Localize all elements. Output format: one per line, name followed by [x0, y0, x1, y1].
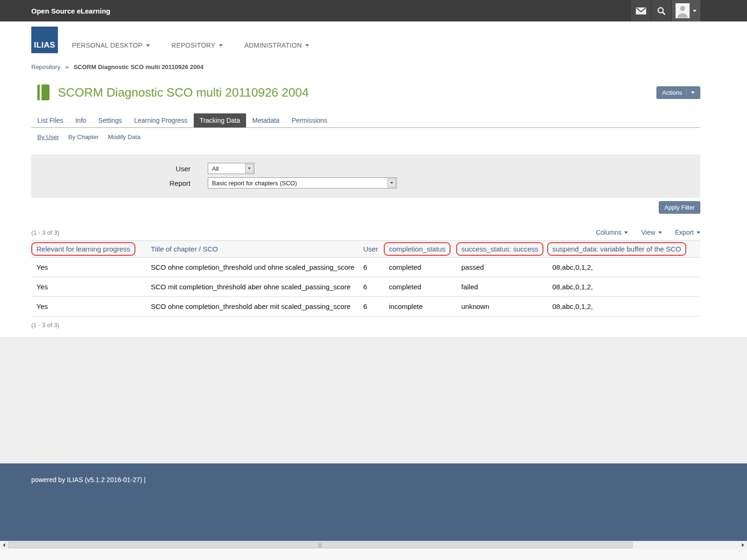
chevron-down-icon [248, 168, 251, 169]
col-completion-status[interactable]: completion_status [384, 241, 456, 258]
scroll-left-arrow[interactable] [0, 541, 8, 549]
tab-list-files[interactable]: List Files [31, 113, 69, 127]
chevron-down-icon [146, 44, 150, 47]
scorm-module-icon [36, 84, 50, 100]
ilias-logo[interactable]: ILIAS [31, 27, 58, 53]
subtab-modify-data[interactable]: Modify Data [108, 133, 140, 140]
cell-title: SCO ohne completion_threshold und ohne s… [146, 258, 358, 277]
topbar: Open Source eLearning [0, 0, 747, 21]
cell-relevant: Yes [31, 277, 146, 297]
cell-title: SCO mit completion_threshold aber ohne s… [146, 277, 358, 297]
scroll-right-arrow[interactable] [739, 541, 747, 549]
chevron-down-icon [305, 44, 309, 47]
tab-learning-progress[interactable]: Learning Progress [128, 113, 193, 127]
mail-button[interactable] [630, 0, 651, 21]
cell-success: failed [456, 277, 547, 297]
cell-title: SCO ohne completion_threshold aber mit s… [146, 297, 358, 316]
search-icon [657, 7, 666, 15]
breadcrumb: Repository » SCORM Diagnostic SCO multi … [31, 58, 700, 70]
filter-row-user: User All [31, 163, 700, 174]
breadcrumb-repository-link[interactable]: Repository [31, 63, 60, 70]
tab-tracking-data[interactable]: Tracking Data [194, 113, 247, 127]
cell-suspend: 08,abc,0,1,2, [547, 277, 700, 297]
cell-completion: completed [384, 277, 456, 297]
search-button[interactable] [651, 0, 671, 21]
chevron-down-icon [624, 231, 628, 234]
tab-info[interactable]: Info [69, 113, 92, 127]
tab-bar: List Files Info Settings Learning Progre… [31, 113, 700, 128]
breadcrumb-separator: » [65, 63, 69, 70]
horizontal-scrollbar[interactable] [0, 541, 747, 549]
app-title: Open Source eLearning [31, 7, 110, 15]
apply-filter-button[interactable]: Apply Filter [659, 201, 700, 214]
apply-filter-row: Apply Filter [31, 201, 700, 214]
table-row: Yes SCO ohne completion_threshold und oh… [31, 258, 700, 277]
main-content: Repository » SCORM Diagnostic SCO multi … [0, 58, 747, 337]
cell-completion: completed [384, 258, 456, 277]
scrollbar-grip-icon [318, 543, 323, 547]
window-bottom-strip [0, 549, 747, 560]
tab-settings[interactable]: Settings [92, 113, 128, 127]
cell-user: 6 [358, 277, 384, 297]
table-header-row: Relevant for learning progress Title of … [31, 241, 700, 258]
col-title-of-chapter[interactable]: Title of chapter / SCO [146, 241, 358, 258]
chevron-down-icon [658, 231, 662, 234]
user-select[interactable]: All [208, 163, 254, 174]
red-highlight-box: completion_status [384, 242, 451, 256]
cell-user: 6 [358, 297, 384, 316]
button-divider [686, 89, 687, 96]
report-select[interactable]: Basic report for chapters (SCO) [208, 177, 397, 189]
view-menu[interactable]: View [641, 229, 662, 236]
result-range-top: (1 - 3 of 3) [31, 229, 59, 236]
subtab-by-chapter[interactable]: By Chapter [68, 133, 99, 140]
nav-repository[interactable]: REPOSITORY [171, 42, 223, 49]
cell-completion: incomplete [384, 297, 456, 316]
powered-by-link[interactable]: powered by ILIAS (v5.1.2 2016-01-27) | [31, 476, 146, 483]
chevron-down-icon [691, 91, 695, 94]
col-relevant-for-lp[interactable]: Relevant for learning progress [31, 241, 146, 258]
topbar-actions [630, 0, 700, 21]
main-header: ILIAS PERSONAL DESKTOP REPOSITORY ADMINI… [0, 21, 747, 58]
user-menu-button[interactable] [671, 0, 700, 21]
report-filter-label: Report [31, 179, 190, 187]
scrollbar-thumb[interactable] [8, 542, 633, 548]
col-user[interactable]: User [358, 241, 384, 258]
filter-panel: User All Report Basic report for chapter… [31, 154, 700, 198]
logo-text: ILIAS [34, 41, 56, 50]
page-background [0, 337, 747, 463]
col-success-status[interactable]: success_status: success [456, 241, 547, 258]
export-menu[interactable]: Export [675, 229, 700, 236]
cell-success: passed [456, 258, 547, 277]
mail-icon [636, 7, 646, 14]
col-suspend-data[interactable]: suspend_data: variable buffer of the SCO [547, 241, 700, 258]
cell-suspend: 08,abc,0,1,2, [547, 258, 700, 277]
dropdown-button[interactable] [388, 178, 396, 188]
table-menus: Columns View Export [596, 229, 700, 236]
actions-button[interactable]: Actions [656, 86, 700, 99]
chevron-down-icon [390, 182, 393, 184]
tab-permissions[interactable]: Permissions [286, 113, 333, 127]
columns-menu[interactable]: Columns [596, 229, 628, 236]
filter-row-report: Report Basic report for chapters (SCO) [31, 177, 700, 189]
nav-personal-desktop[interactable]: PERSONAL DESKTOP [72, 42, 150, 49]
subtab-by-user[interactable]: By User [37, 133, 59, 140]
footer: powered by ILIAS (v5.1.2 2016-01-27) | [0, 463, 747, 541]
chevron-down-icon [219, 44, 223, 47]
result-range-bottom: (1 - 3 of 3) [31, 316, 700, 337]
dropdown-button[interactable] [245, 164, 254, 173]
cell-relevant: Yes [31, 297, 146, 316]
main-nav: PERSONAL DESKTOP REPOSITORY ADMINISTRATI… [72, 42, 309, 49]
nav-administration[interactable]: ADMINISTRATION [244, 42, 309, 49]
user-filter-label: User [31, 165, 190, 173]
title-row: SCORM Diagnostic SCO multi 20110926 2004… [31, 84, 700, 100]
breadcrumb-current: SCORM Diagnostic SCO multi 20110926 2004 [74, 63, 204, 70]
user-avatar [676, 3, 690, 18]
table-toolbar: (1 - 3 of 3) Columns View Export [31, 229, 700, 236]
chevron-down-icon [693, 10, 697, 12]
cell-success: unknown [456, 297, 547, 316]
red-highlight-box: Relevant for learning progress [31, 242, 135, 256]
table-row: Yes SCO mit completion_threshold aber oh… [31, 277, 700, 297]
tab-metadata[interactable]: Metadata [246, 113, 285, 127]
chevron-down-icon [697, 231, 700, 234]
cell-suspend: 08,abc,0,1,2, [547, 297, 700, 316]
